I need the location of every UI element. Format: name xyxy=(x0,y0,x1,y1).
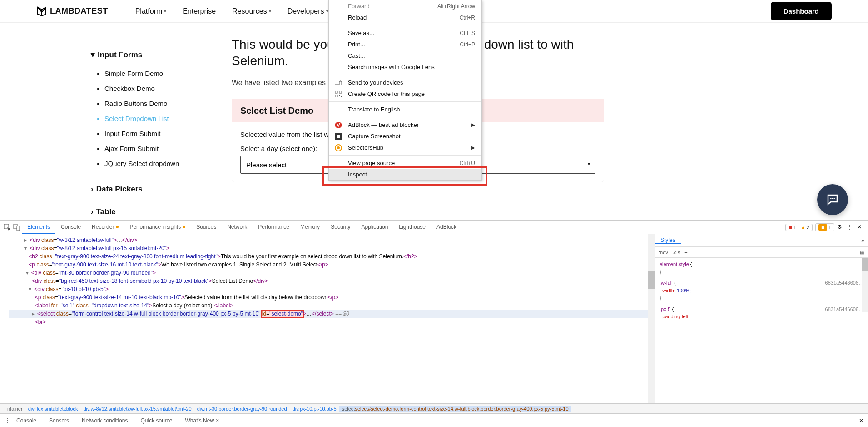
sidebar-item-select-dropdown[interactable]: Select Dropdown List xyxy=(104,111,218,126)
ctx-reload[interactable]: ReloadCtrl+R xyxy=(329,12,481,23)
close-icon[interactable]: ✕ xyxy=(857,224,864,231)
devtools: Elements Console Recorder Performance in… xyxy=(0,220,868,427)
sidebar-item-radio[interactable]: Radio Buttons Demo xyxy=(104,96,218,111)
error-dot-icon xyxy=(789,226,792,229)
sidebar-head-data-pickers[interactable]: ›Data Pickers xyxy=(91,185,218,194)
dashboard-button[interactable]: Dashboard xyxy=(771,2,832,20)
ctx-print[interactable]: Print...Ctrl+P xyxy=(329,39,481,50)
ctx-send-devices[interactable]: Send to your devices xyxy=(329,77,481,88)
chevron-down-icon: ▾ xyxy=(269,9,271,14)
styles-pane[interactable]: element.style { } 6831a5446606….w-full {… xyxy=(655,258,868,323)
crumb[interactable]: div.mt-30.border.border-gray-90.rounded xyxy=(194,406,290,412)
nav-developers[interactable]: Developers▾ xyxy=(288,7,328,15)
devtools-tab-console[interactable]: Console xyxy=(55,221,86,234)
nav-enterprise[interactable]: Enterprise xyxy=(183,7,216,15)
issues-badge[interactable]: ■1 xyxy=(815,223,834,231)
submenu-arrow-icon: ▶ xyxy=(471,145,475,150)
breadcrumb: ntainer div.flex.smtablet\:block div.w-8… xyxy=(0,403,868,413)
inspect-element-icon[interactable] xyxy=(4,224,11,231)
ctx-translate[interactable]: Translate to English xyxy=(329,104,481,115)
logo-text: LAMBDATEST xyxy=(50,6,108,16)
drawer-tab-console[interactable]: Console xyxy=(10,417,43,424)
sidebar-head-table[interactable]: ›Table xyxy=(91,207,218,216)
ctx-view-source[interactable]: View page sourceCtrl+U xyxy=(329,157,481,169)
drawer-tab-network-cond[interactable]: Network conditions xyxy=(75,417,134,424)
add-rule-button[interactable]: + xyxy=(684,250,687,255)
ctx-search-lens[interactable]: Search images with Google Lens xyxy=(329,61,481,73)
styles-scrollbar[interactable] xyxy=(862,258,868,312)
crumb[interactable]: ntainer xyxy=(5,406,25,412)
devtools-tab-elements[interactable]: Elements xyxy=(22,221,55,234)
elements-scrollbar[interactable] xyxy=(648,234,655,403)
devtools-tab-adblock[interactable]: AdBlock xyxy=(431,221,462,234)
devtools-tab-memory[interactable]: Memory xyxy=(295,221,325,234)
selectorshub-icon xyxy=(334,144,342,152)
svg-rect-4 xyxy=(335,95,337,97)
svg-rect-5 xyxy=(339,95,340,96)
styles-tab[interactable]: Styles xyxy=(655,237,681,244)
crumb[interactable]: div.flex.smtablet\:block xyxy=(25,406,81,412)
devtools-tab-perf-insights[interactable]: Performance insights xyxy=(124,221,191,234)
chevron-right-icon: › xyxy=(91,185,94,194)
devtools-tab-performance[interactable]: Performance xyxy=(253,221,295,234)
crumb-selected[interactable]: selectselect#select-demo.form-control.te… xyxy=(339,406,571,412)
sidebar-head-input-forms[interactable]: ▾Input Forms xyxy=(91,50,218,60)
nav-resources[interactable]: Resources▾ xyxy=(232,7,271,15)
devtools-body: ▸<div class="w-3/12 smtablet:w-full">…</… xyxy=(0,234,868,403)
drawer-tab-sensors[interactable]: Sensors xyxy=(43,417,75,424)
ctx-saveas[interactable]: Save as...Ctrl+S xyxy=(329,27,481,39)
svg-rect-9 xyxy=(337,135,340,138)
devtools-toolbar: Elements Console Recorder Performance in… xyxy=(0,221,868,234)
error-badge[interactable]: 1 ▲2 xyxy=(785,224,813,231)
more-icon[interactable]: ⋮ xyxy=(847,224,854,231)
crumb[interactable]: div.px-10.pt-10.pb-5 xyxy=(290,406,339,412)
device-toggle-icon[interactable] xyxy=(13,224,20,231)
ctx-sep xyxy=(329,101,481,102)
qr-icon xyxy=(334,90,342,98)
sidebar-item-ajax-submit[interactable]: Ajax Form Submit xyxy=(104,141,218,156)
ctx-inspect[interactable]: Inspect xyxy=(329,169,481,180)
drawer-menu-icon[interactable]: ⋮ xyxy=(5,417,10,424)
devtools-tab-lighthouse[interactable]: Lighthouse xyxy=(393,221,431,234)
drawer-tab-whats-new[interactable]: What's New× xyxy=(179,417,225,424)
svg-rect-17 xyxy=(17,226,20,231)
ctx-forward[interactable]: ForwardAlt+Right Arrow xyxy=(329,0,481,12)
nav-platform[interactable]: Platform▾ xyxy=(135,7,167,15)
drawer-tab-quick-source[interactable]: Quick source xyxy=(134,417,179,424)
devtools-toolbar-right: 1 ▲2 ■1 ⚙ ⋮ ✕ xyxy=(785,223,864,231)
logo[interactable]: LAMBDATEST xyxy=(36,6,108,17)
devtools-tab-network[interactable]: Network xyxy=(222,221,253,234)
ctx-adblock[interactable]: AdBlock — best ad blocker▶ xyxy=(329,119,481,131)
ctx-cast[interactable]: Cast... xyxy=(329,50,481,61)
chat-button[interactable] xyxy=(817,184,848,215)
devtools-tab-recorder[interactable]: Recorder xyxy=(86,221,124,234)
warn-dot-icon xyxy=(116,226,119,228)
ctx-qr[interactable]: Create QR code for this page xyxy=(329,88,481,100)
devtools-tab-sources[interactable]: Sources xyxy=(191,221,222,234)
chevron-down-icon: ▾ xyxy=(91,50,95,60)
submenu-arrow-icon: ▶ xyxy=(471,122,475,127)
svg-rect-2 xyxy=(335,91,337,93)
close-icon[interactable]: × xyxy=(216,417,219,424)
more-icon[interactable]: » xyxy=(861,237,868,244)
ctx-capture[interactable]: Capture Screenshot xyxy=(329,131,481,142)
devices-icon xyxy=(334,79,342,87)
crumb[interactable]: div.w-8\/12.smtablet\:w-full.px-15.smtab… xyxy=(80,406,194,412)
sidebar-item-jquery-select[interactable]: JQuery Select dropdown xyxy=(104,156,218,171)
logo-icon xyxy=(36,6,47,17)
sidebar-item-simple-form[interactable]: Simple Form Demo xyxy=(104,66,218,81)
devtools-tab-application[interactable]: Application xyxy=(356,221,394,234)
elements-panel[interactable]: ▸<div class="w-3/12 smtablet:w-full">…</… xyxy=(0,234,655,403)
hov-toggle[interactable]: :hov xyxy=(659,250,668,255)
devtools-tab-security[interactable]: Security xyxy=(325,221,356,234)
sidebar-item-input-submit[interactable]: Input Form Submit xyxy=(104,126,218,141)
nav-links: Platform▾ Enterprise Resources▾ Develope… xyxy=(135,7,328,15)
toggle-icon[interactable]: ▦ xyxy=(860,249,864,255)
settings-icon[interactable]: ⚙ xyxy=(837,224,844,231)
cls-toggle[interactable]: .cls xyxy=(673,250,680,255)
styles-filter-bar: :hov .cls + ▦ xyxy=(655,247,868,258)
warn-dot-icon xyxy=(183,226,185,228)
drawer-close-icon[interactable]: ✕ xyxy=(859,417,863,424)
ctx-selectorshub[interactable]: SelectorsHub▶ xyxy=(329,142,481,153)
sidebar-item-checkbox[interactable]: Checkbox Demo xyxy=(104,81,218,96)
